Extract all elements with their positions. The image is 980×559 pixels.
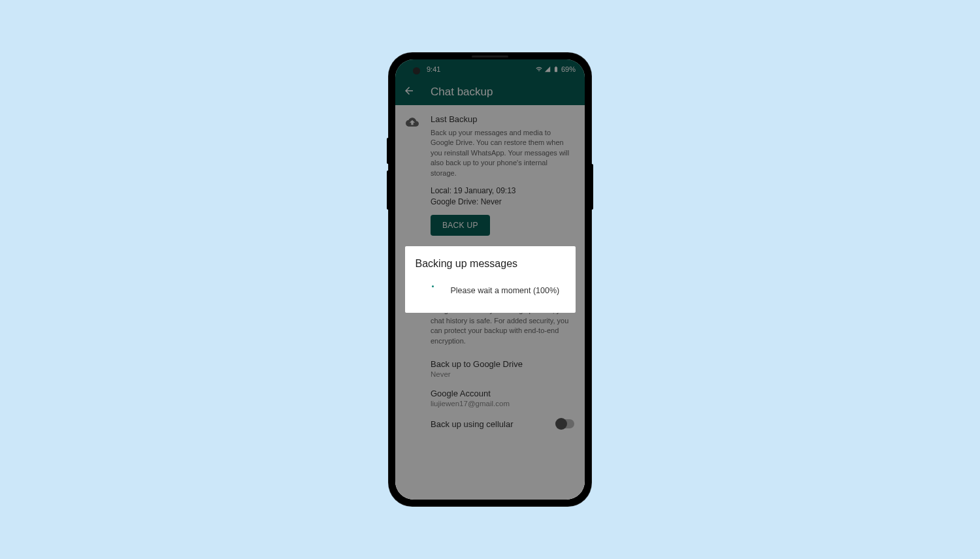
phone-speaker [472,56,508,57]
phone-volume-up [387,138,389,164]
dialog-title: Backing up messages [416,258,565,270]
modal-overlay: Backing up messages Please wait a moment… [395,59,585,500]
dialog-message: Please wait a moment (100%) [451,286,560,295]
backup-dialog: Backing up messages Please wait a moment… [405,246,576,313]
screen: 9:41 69% Chat backup Last Backup B [395,59,585,500]
phone-frame: 9:41 69% Chat backup Last Backup B [389,53,591,506]
spinner-icon [423,284,436,297]
phone-camera [413,67,420,74]
phone-power [591,164,593,210]
phone-volume-down [387,170,389,210]
